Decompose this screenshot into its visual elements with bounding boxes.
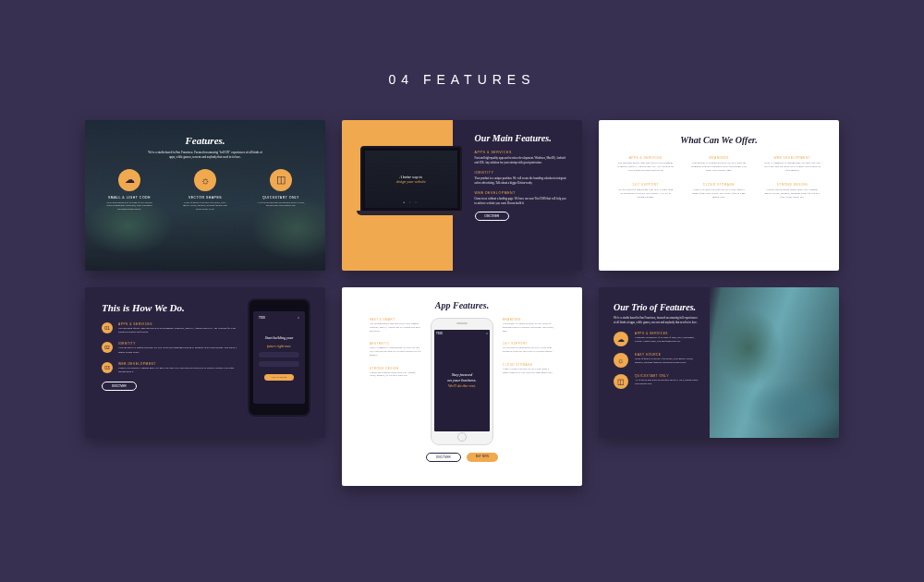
input-placeholder-icon (259, 361, 299, 367)
feature-desc: Experience alternatives of all kinds of … (635, 336, 699, 343)
feature-heading: CLOUD STORAGE (690, 183, 747, 187)
feature-heading: WEB DEVELOPMENT (118, 362, 238, 366)
card-title: App Features. (435, 300, 489, 310)
feature-heading: APPS & SERVICES (635, 332, 699, 335)
phone-mockup: TRIO≡ Start building your future right n… (248, 298, 310, 417)
feature-heading: BRANDING (690, 156, 747, 160)
feature-heading: CLOUD STORAGE (503, 363, 554, 367)
cta-button: GET STARTED (264, 374, 294, 381)
mockup-headline-accent: We'll do the rest. (448, 383, 476, 388)
feature-desc: Your product is a unique position. We wi… (503, 322, 554, 333)
brand-label: TRIO (259, 316, 265, 320)
mockup-headline: Stay focused (452, 372, 473, 377)
feature-heading: APPS & SERVICES (617, 156, 674, 160)
feature-desc: Fast and high-quality apps and services … (370, 322, 421, 333)
discover-button[interactable]: DISCOVER (475, 212, 510, 221)
thumbnail-main-features[interactable]: A better way to design your website ● ○ … (342, 120, 582, 271)
thumbnail-trio-features[interactable]: Our Trio of Features. We're a studio bas… (599, 287, 839, 438)
menu-icon: ≡ (486, 332, 488, 335)
feature-heading: EASY SOURCE (635, 353, 699, 357)
card-subtitle: We're a studio based in San Francisco. F… (145, 151, 265, 160)
feature-desc: Blog, E-commerce or landing page. We hav… (764, 162, 821, 174)
feature-item: ☼ VECTOR SHAPES Hours of quality as an j… (181, 169, 229, 212)
thumbnail-how-we-do[interactable]: This is How We Do. 01APPS & SERVICESFast… (85, 287, 325, 438)
feature-heading: 24/7 SUPPORT (503, 342, 554, 346)
section-title: 04 FEATURES (0, 0, 924, 87)
feature-heading: APPS & SERVICES (475, 151, 567, 154)
feature-heading: FAST & SMART (370, 318, 421, 321)
grid-icon: ◫ (270, 169, 292, 191)
thumbnail-grid: Features. We're a studio based in San Fr… (0, 120, 924, 486)
feature-heading: IDENTITY (118, 342, 238, 346)
feature-heading: WEB DEVELOPMENT (764, 156, 821, 160)
step-number: 01 (102, 322, 113, 333)
feature-desc: Explore special media trends about you. … (764, 188, 821, 200)
feature-heading: 24/7 SUPPORT (617, 183, 674, 187)
card-title: Our Trio of Features. (614, 302, 699, 312)
feature-item: ◫ QUICKSTART ONLY All of the include par… (257, 169, 305, 212)
feature-label: SMALL & LIGHT CODE (105, 196, 153, 200)
feature-desc: Come to us without a landing page. We ha… (475, 197, 567, 205)
feature-label: QUICKSTART ONLY (257, 196, 305, 200)
card-title: This is How We Do. (102, 302, 238, 313)
grid-icon: ◫ (614, 374, 628, 389)
mockup-headline-accent: design your website (396, 179, 426, 184)
feature-heading: APPS & SERVICES (118, 322, 238, 326)
feature-desc: All of the include parts are included in… (257, 201, 305, 208)
card-subtitle: We're a studio based in San Francisco, f… (614, 316, 699, 324)
feature-desc: Explore special media trends about you. … (370, 371, 421, 379)
menu-icon: ≡ (298, 316, 299, 320)
laptop-mockup: A better way to design your website ● ○ … (360, 146, 462, 212)
cloud-icon: ☁ (614, 332, 628, 346)
feature-item: ☁ SMALL & LIGHT CODE We've been known as… (105, 169, 153, 212)
feature-label: VECTOR SHAPES (181, 196, 229, 200)
discover-button[interactable]: DISCOVER (426, 453, 461, 462)
card-title: Features. (105, 135, 305, 146)
feature-desc: Hours of quality as an just a few hours,… (181, 201, 229, 212)
mockup-headline: Start building your (265, 335, 293, 340)
feature-heading: QUICKSTART ONLY (635, 374, 699, 378)
carousel-dots-icon: ● ○ ○ (365, 200, 457, 204)
feature-desc: Come to us and your work on Trio Cloud. … (503, 368, 554, 375)
step-number: 02 (102, 342, 113, 353)
feature-heading: WEB DEVELOPMENT (475, 191, 567, 195)
mockup-headline-accent: future right now (267, 344, 291, 348)
feature-heading: BRANDING (503, 318, 554, 321)
step-number: 03 (102, 362, 113, 373)
feature-heading: IDENTITY (475, 171, 567, 175)
card-title: Our Main Features. (475, 133, 567, 143)
brand-label: TRIO (436, 332, 443, 335)
feature-desc: Your product is a unique position. We wi… (475, 176, 567, 185)
card-title: What Can We Offer. (617, 135, 821, 145)
sun-icon: ☼ (614, 353, 628, 368)
buy-now-button[interactable]: BUY NOW (467, 453, 498, 462)
input-placeholder-icon (259, 352, 299, 358)
phone-mockup: TRIO≡ Stay focusedon your business.We'll… (431, 318, 493, 445)
cloud-icon: ☁ (118, 169, 140, 191)
feature-desc: Your product is a unique position. We wi… (118, 346, 238, 354)
mockup-headline: on your business. (447, 378, 476, 382)
feature-heading: AESTHETIC (370, 342, 421, 346)
feature-desc: We've been known as if it's team of SEO … (105, 201, 153, 212)
sun-icon: ☼ (194, 169, 216, 191)
thumbnail-what-we-offer[interactable]: What Can We Offer. APPS & SERVICESFast a… (599, 120, 839, 271)
feature-desc: We will help you understand your sites. … (617, 188, 674, 200)
feature-desc: All of the include parts are included in… (635, 379, 699, 385)
feature-desc: Fast and high-quality apps and services … (617, 162, 674, 174)
discover-button[interactable]: DISCOVER (102, 382, 137, 391)
feature-desc: Blog, E-commerce or landing page. We hav… (370, 346, 421, 357)
feature-desc: Your product is a unique position. We wi… (690, 162, 747, 174)
feature-desc: Come to us without a landing page. We ha… (118, 367, 238, 374)
feature-desc: Fast and high-quality apps and services … (475, 156, 567, 164)
thumbnail-app-features[interactable]: App Features. FAST & SMARTFast and high-… (342, 287, 582, 486)
thumbnail-features-hero[interactable]: Features. We're a studio based in San Fr… (85, 120, 325, 271)
feature-desc: Come to us and your work on Trio Cloud. … (690, 188, 747, 200)
feature-desc: Hours of quality as an just a few hours,… (635, 358, 699, 364)
feature-desc: Fast and high-quality apps and services … (118, 327, 238, 334)
feature-heading: STRONG DESIGN (370, 367, 421, 370)
feature-desc: We will help you understand your sites. … (503, 346, 554, 354)
feature-heading: STRONG DESIGN (764, 183, 821, 187)
coastal-photo (710, 287, 839, 438)
